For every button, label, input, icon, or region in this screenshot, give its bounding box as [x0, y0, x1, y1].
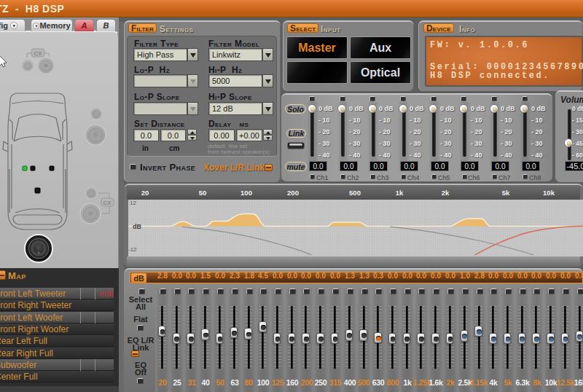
svg-text:CX: CX: [34, 50, 42, 57]
svg-text:CX: CX: [103, 200, 111, 206]
